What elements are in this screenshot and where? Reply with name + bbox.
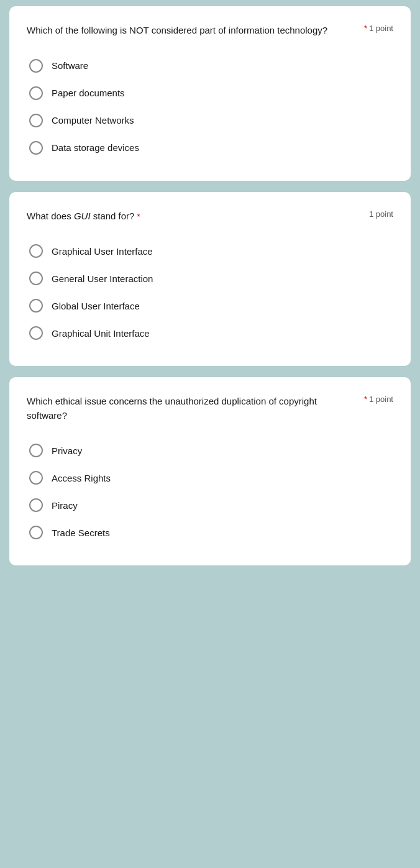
radio-q3-access-rights[interactable] xyxy=(29,471,43,485)
question-card-2: What does GUI stand for? * 1 point Graph… xyxy=(9,192,411,367)
question-2-text-after: stand for? xyxy=(91,211,135,221)
option-q1-software[interactable]: Software xyxy=(27,53,393,79)
question-3-options: Privacy Access Rights Piracy Trade Secre… xyxy=(27,437,393,546)
option-q3-piracy[interactable]: Piracy xyxy=(27,492,393,518)
option-label-q2-general-user-interaction: General User Interaction xyxy=(52,272,153,285)
question-3-header: Which ethical issue concerns the unautho… xyxy=(27,395,393,423)
required-star-2-inline: * xyxy=(137,212,140,221)
radio-q3-privacy[interactable] xyxy=(29,444,43,457)
radio-q2-global-user-interface[interactable] xyxy=(29,299,43,313)
question-1-points: * 1 point xyxy=(364,24,393,33)
radio-q3-piracy[interactable] xyxy=(29,498,43,512)
radio-q2-graphical-user-interface[interactable] xyxy=(29,244,43,258)
option-label-q1-software: Software xyxy=(52,59,88,72)
radio-q2-general-user-interaction[interactable] xyxy=(29,272,43,285)
option-q1-data-storage[interactable]: Data storage devices xyxy=(27,135,393,161)
question-1-options: Software Paper documents Computer Networ… xyxy=(27,53,393,161)
radio-q1-data-storage[interactable] xyxy=(29,141,43,155)
option-label-q1-computer-networks: Computer Networks xyxy=(52,114,134,127)
radio-q3-trade-secrets[interactable] xyxy=(29,526,43,539)
radio-q2-graphical-unit-interface[interactable] xyxy=(29,326,43,340)
option-q3-privacy[interactable]: Privacy xyxy=(27,437,393,464)
question-card-1: Which of the following is NOT considered… xyxy=(9,6,411,181)
required-star-1: * xyxy=(364,24,367,33)
option-label-q2-global-user-interface: Global User Interface xyxy=(52,299,140,313)
question-2-text: What does GUI stand for? * xyxy=(27,209,369,224)
option-q1-computer-networks[interactable]: Computer Networks xyxy=(27,107,393,134)
option-q2-graphical-user-interface[interactable]: Graphical User Interface xyxy=(27,238,393,264)
option-label-q3-trade-secrets: Trade Secrets xyxy=(52,526,110,539)
question-2-header: What does GUI stand for? * 1 point xyxy=(27,209,393,224)
option-q3-trade-secrets[interactable]: Trade Secrets xyxy=(27,519,393,546)
question-2-options: Graphical User Interface General User In… xyxy=(27,238,393,346)
option-label-q3-access-rights: Access Rights xyxy=(52,472,111,485)
option-label-q1-paper-documents: Paper documents xyxy=(52,86,125,99)
question-card-3: Which ethical issue concerns the unautho… xyxy=(9,377,411,565)
option-q1-paper-documents[interactable]: Paper documents xyxy=(27,80,393,106)
option-q2-global-user-interface[interactable]: Global User Interface xyxy=(27,293,393,319)
question-1-text: Which of the following is NOT considered… xyxy=(27,24,364,38)
question-2-points: 1 point xyxy=(369,209,393,219)
radio-q1-software[interactable] xyxy=(29,59,43,73)
option-label-q2-graphical-user-interface: Graphical User Interface xyxy=(52,245,153,258)
question-3-text: Which ethical issue concerns the unautho… xyxy=(27,395,364,423)
option-q2-general-user-interaction[interactable]: General User Interaction xyxy=(27,265,393,291)
radio-q1-computer-networks[interactable] xyxy=(29,114,43,127)
option-label-q1-data-storage: Data storage devices xyxy=(52,141,139,154)
radio-q1-paper-documents[interactable] xyxy=(29,86,43,100)
required-star-3: * xyxy=(364,395,367,404)
option-label-q2-graphical-unit-interface: Graphical Unit Interface xyxy=(52,327,150,340)
question-3-points: * 1 point xyxy=(364,395,393,404)
option-label-q3-piracy: Piracy xyxy=(52,499,78,512)
option-label-q3-privacy: Privacy xyxy=(52,444,82,457)
question-1-header: Which of the following is NOT considered… xyxy=(27,24,393,38)
option-q2-graphical-unit-interface[interactable]: Graphical Unit Interface xyxy=(27,320,393,346)
option-q3-access-rights[interactable]: Access Rights xyxy=(27,465,393,491)
question-2-text-italic: GUI xyxy=(74,211,91,221)
question-2-text-before: What does xyxy=(27,211,74,221)
